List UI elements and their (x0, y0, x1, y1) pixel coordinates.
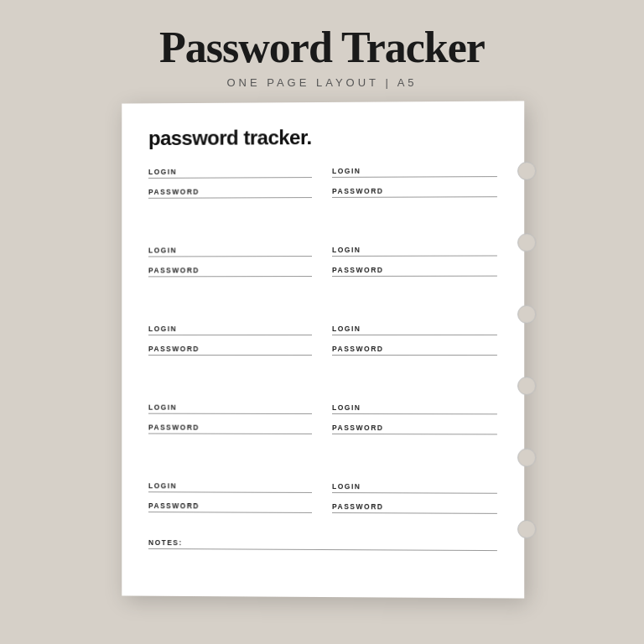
binder-hole (517, 520, 536, 538)
password-line (384, 183, 497, 194)
password-field-row: PASSWORD (332, 180, 497, 198)
login-line (384, 242, 497, 252)
binder-hole (517, 233, 536, 252)
password-field-row: PASSWORD (332, 339, 497, 356)
password-line (200, 499, 312, 510)
entry-3-right: LOGIN PASSWORD (332, 319, 497, 359)
header: Password Tracker ONE PAGE LAYOUT | A5 (159, 0, 485, 102)
login-label: LOGIN (332, 482, 384, 491)
login-label: LOGIN (148, 403, 200, 412)
login-field-row: LOGIN (332, 319, 497, 335)
password-label: PASSWORD (148, 423, 200, 432)
spacer (148, 453, 312, 477)
spacer (148, 374, 312, 397)
binder-holes (517, 101, 536, 599)
password-line (384, 262, 497, 273)
spacer (148, 216, 312, 241)
spacer (332, 295, 497, 319)
entry-1-right: LOGIN PASSWORD (332, 160, 497, 201)
password-field-row: PASSWORD (148, 260, 312, 277)
entry-2-right: LOGIN PASSWORD (332, 240, 497, 281)
password-field-row: PASSWORD (148, 496, 312, 513)
password-line (200, 184, 312, 195)
password-label: PASSWORD (332, 502, 384, 511)
password-field-row: PASSWORD (148, 181, 312, 199)
entries-grid: LOGIN PASSWORD LOGIN PASSWORD (148, 160, 497, 532)
password-line (200, 420, 312, 430)
password-line (384, 499, 497, 510)
main-title: Password Tracker (159, 23, 485, 71)
login-field-row: LOGIN (148, 476, 312, 494)
password-field-row: PASSWORD (148, 418, 312, 434)
entry-5-right: LOGIN PASSWORD (332, 476, 497, 517)
entry-1-left: LOGIN PASSWORD (148, 161, 312, 202)
spacer (332, 374, 497, 397)
login-field-row: LOGIN (332, 476, 497, 494)
login-field-row: LOGIN (148, 240, 312, 257)
notes-label: NOTES: (148, 538, 183, 547)
tracker-page-title: password tracker. (148, 125, 497, 150)
password-line (384, 341, 497, 351)
login-label: LOGIN (148, 325, 200, 333)
login-label: LOGIN (332, 403, 384, 412)
subtitle: ONE PAGE LAYOUT | A5 (159, 76, 485, 89)
password-label: PASSWORD (148, 501, 200, 510)
password-label: PASSWORD (332, 187, 384, 195)
login-field-row: LOGIN (332, 397, 497, 414)
login-line (200, 164, 312, 174)
password-label: PASSWORD (332, 423, 384, 432)
spacer (332, 453, 497, 477)
login-line (384, 321, 497, 331)
entry-4-right: LOGIN PASSWORD (332, 397, 497, 438)
login-line (200, 400, 312, 410)
login-label: LOGIN (332, 246, 384, 254)
password-field-row: PASSWORD (148, 339, 312, 356)
login-line (200, 321, 312, 331)
password-line (200, 341, 312, 351)
login-line (200, 479, 312, 489)
login-label: LOGIN (148, 168, 200, 176)
password-line (200, 262, 312, 273)
login-field-row: LOGIN (332, 240, 497, 257)
spacer (332, 216, 497, 240)
login-label: LOGIN (332, 167, 384, 175)
login-line (384, 479, 497, 490)
password-label: PASSWORD (148, 188, 200, 196)
password-label: PASSWORD (148, 267, 200, 275)
login-field-row: LOGIN (148, 319, 312, 335)
login-field-row: LOGIN (332, 160, 497, 178)
binder-hole (517, 304, 536, 323)
login-line (200, 242, 312, 252)
password-field-row: PASSWORD (332, 260, 497, 277)
notes-row: NOTES: (148, 536, 497, 551)
entry-5-left: LOGIN PASSWORD (148, 476, 312, 517)
entry-3-left: LOGIN PASSWORD (148, 319, 312, 359)
password-label: PASSWORD (332, 266, 384, 274)
spacer (148, 295, 312, 319)
binder-hole (517, 161, 536, 179)
entry-2-left: LOGIN PASSWORD (148, 240, 312, 280)
login-field-row: LOGIN (148, 161, 312, 179)
login-line (384, 163, 497, 174)
password-label: PASSWORD (332, 345, 384, 353)
tracker-page: password tracker. LOGIN PASSWORD LOGIN P… (122, 101, 524, 599)
binder-hole (517, 448, 536, 466)
binder-hole (517, 377, 536, 395)
login-label: LOGIN (148, 247, 200, 255)
login-label: LOGIN (332, 325, 384, 333)
password-field-row: PASSWORD (332, 418, 497, 434)
login-label: LOGIN (148, 481, 200, 490)
password-line (384, 420, 497, 430)
password-label: PASSWORD (148, 345, 200, 353)
entry-4-left: LOGIN PASSWORD (148, 397, 312, 438)
login-line (384, 400, 497, 410)
login-field-row: LOGIN (148, 397, 312, 414)
password-field-row: PASSWORD (332, 496, 497, 514)
